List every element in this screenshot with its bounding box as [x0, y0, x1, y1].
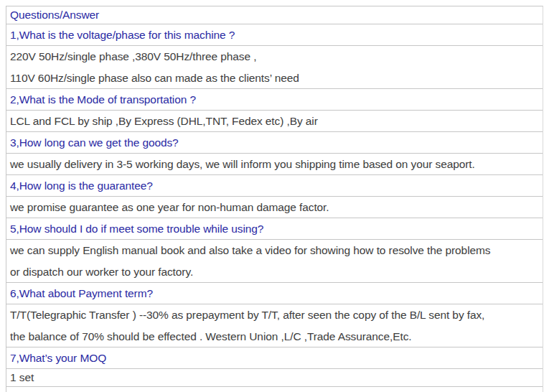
faq-question-row-5: 5,How should I do if meet some trouble w… — [6, 218, 543, 240]
faq-question-row-3: 3,How long can we get the goods? — [6, 132, 543, 154]
question-text: 2,What is the Mode of transportation ? — [10, 93, 196, 106]
faq-question-row-2: 2,What is the Mode of transportation ? — [6, 89, 543, 111]
faq-answer-row-5: we can supply English manual book and al… — [6, 240, 543, 283]
answer-text-line: 110V 60Hz/single phase also can made as … — [10, 67, 543, 89]
faq-header-text: Questions/Answer — [10, 9, 99, 21]
question-text: 1,What is the voltage/phase for this mac… — [10, 29, 235, 41]
faq-question-row-1: 1,What is the voltage/phase for this mac… — [6, 24, 543, 46]
faq-answer-row-4: we promise guarantee as one year for non… — [6, 197, 543, 218]
question-text: 7,What’s your MOQ — [10, 352, 106, 364]
faq-answer-row-1: 220V 50Hz/single phase ,380V 50Hz/three … — [6, 46, 543, 89]
answer-text-line: or dispatch our worker to your factory. — [10, 261, 543, 283]
faq-answer-row-3: we usually delivery in 3-5 working days,… — [6, 154, 543, 175]
faq-partial-row — [6, 387, 543, 392]
answer-text-line: the balance of 70% should be effected . … — [10, 326, 543, 347]
faq-question-row-4: 4,How long is the guarantee? — [6, 175, 543, 197]
faq-table: Questions/Answer 1,What is the voltage/p… — [6, 6, 543, 392]
answer-text-line: T/T(Telegraphic Transfer ) --30% as prep… — [10, 304, 543, 326]
faq-question-row-7: 7,What’s your MOQ — [6, 347, 543, 369]
answer-text: LCL and FCL by ship ,By Express (DHL,TNT… — [10, 115, 318, 127]
faq-question-row-6: 6,What about Payment term? — [6, 283, 543, 304]
question-text: 4,How long is the guarantee? — [10, 179, 153, 192]
faq-answer-row-2: LCL and FCL by ship ,By Express (DHL,TNT… — [6, 111, 543, 132]
faq-answer-row-7: 1 set — [6, 369, 543, 387]
answer-text: 1 set — [10, 371, 34, 383]
question-text: 6,What about Payment term? — [10, 287, 153, 299]
faq-header-row: Questions/Answer — [6, 6, 543, 24]
question-text: 5,How should I do if meet some trouble w… — [10, 223, 263, 235]
question-text: 3,How long can we get the goods? — [10, 136, 179, 149]
answer-text-line: we can supply English manual book and al… — [10, 240, 543, 261]
answer-text: we usually delivery in 3-5 working days,… — [10, 158, 475, 170]
answer-text: we promise guarantee as one year for non… — [10, 201, 329, 213]
answer-text-line: 220V 50Hz/single phase ,380V 50Hz/three … — [10, 46, 543, 67]
faq-answer-row-6: T/T(Telegraphic Transfer ) --30% as prep… — [6, 304, 543, 347]
